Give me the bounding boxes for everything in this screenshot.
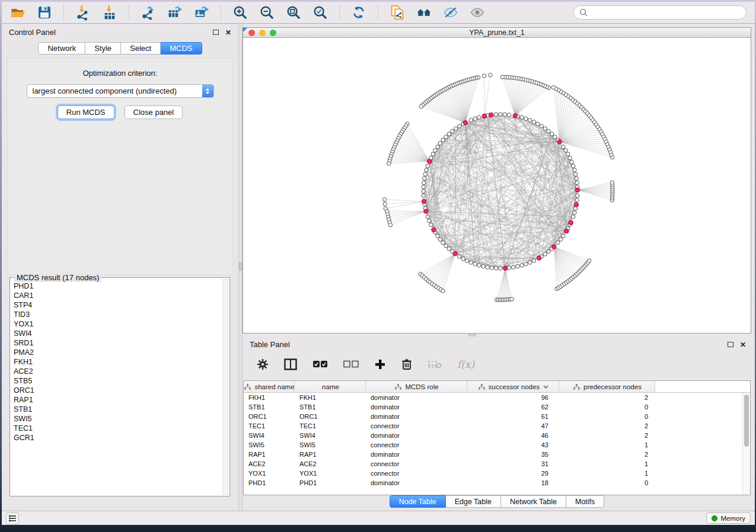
app-window: Control Panel ✕ NetworkStyleSelectMCDS O… bbox=[2, 2, 755, 525]
column-header-shared-name[interactable]: shared name bbox=[244, 381, 295, 392]
hide-selected-icon[interactable] bbox=[443, 5, 458, 20]
zoom-in-icon[interactable] bbox=[232, 5, 248, 20]
search-input[interactable] bbox=[591, 8, 741, 17]
table-tabs: Node TableEdge TableNetwork TableMotifs bbox=[243, 495, 751, 508]
result-list-item[interactable]: STP4 bbox=[14, 300, 220, 310]
run-mcds-button[interactable]: Run MCDS bbox=[58, 105, 114, 119]
column-header-predecessor-nodes[interactable]: predecessor nodes bbox=[559, 381, 655, 392]
search-box[interactable] bbox=[573, 5, 747, 20]
tab-edge-table[interactable]: Edge Table bbox=[446, 495, 501, 508]
table-row[interactable]: SWI5SWI5connector431 bbox=[244, 440, 742, 450]
first-neighbors-icon[interactable] bbox=[416, 5, 432, 20]
table-row[interactable]: TEC1TEC1connector472 bbox=[244, 421, 742, 431]
result-list-item[interactable]: STB5 bbox=[14, 376, 220, 386]
deselect-all-icon[interactable] bbox=[343, 357, 359, 371]
import-table-icon[interactable] bbox=[102, 5, 117, 20]
result-list-item[interactable]: SWI4 bbox=[14, 329, 220, 338]
close-panel-icon[interactable]: ✕ bbox=[225, 29, 231, 36]
scrollbar-thumb[interactable] bbox=[744, 395, 749, 447]
export-network-icon[interactable] bbox=[141, 5, 156, 20]
table-cell: PHD1 bbox=[295, 478, 366, 488]
column-header-MCDS-role[interactable]: MCDS role bbox=[366, 381, 467, 392]
result-list-item[interactable]: ACE2 bbox=[14, 367, 220, 376]
table-row[interactable]: SWI4SWI4dominator462 bbox=[244, 431, 742, 440]
result-list-item[interactable]: SRD1 bbox=[14, 338, 220, 348]
close-panel-icon[interactable]: ✕ bbox=[740, 341, 746, 348]
function-builder-icon[interactable]: f(x) bbox=[457, 357, 474, 371]
table-row[interactable]: ACE2ACE2connector311 bbox=[244, 459, 742, 469]
result-list-item[interactable]: STB1 bbox=[14, 405, 220, 414]
memory-button[interactable]: Memory bbox=[706, 512, 751, 524]
select-all-icon[interactable] bbox=[312, 357, 328, 371]
splitter-handle[interactable] bbox=[239, 262, 242, 271]
tab-network[interactable]: Network bbox=[38, 42, 85, 55]
save-session-icon[interactable] bbox=[37, 5, 52, 20]
result-list-item[interactable]: TID3 bbox=[14, 310, 220, 319]
table-panel-title: Table Panel bbox=[250, 340, 290, 349]
table-scrollbar[interactable] bbox=[742, 393, 750, 495]
column-header-name[interactable]: name bbox=[295, 381, 366, 392]
refresh-icon[interactable] bbox=[351, 5, 366, 20]
export-image-icon[interactable] bbox=[194, 5, 209, 20]
tab-select[interactable]: Select bbox=[121, 42, 161, 55]
maximize-window-icon[interactable] bbox=[270, 30, 276, 36]
column-header-successor-nodes[interactable]: successor nodes bbox=[467, 381, 559, 392]
table-row[interactable]: FKH1FKH1dominator962 bbox=[244, 393, 742, 402]
table-cell: dominator bbox=[366, 431, 467, 440]
table-cell: 29 bbox=[467, 469, 559, 478]
node-table: shared namenameMCDS rolesuccessor nodesp… bbox=[243, 380, 751, 495]
zoom-fit-icon[interactable] bbox=[286, 5, 301, 20]
criterion-select[interactable]: largest connected component (undirected) bbox=[27, 84, 214, 98]
result-list-item[interactable]: TEC1 bbox=[14, 424, 220, 433]
network-view-frame: YPA_prune.txt_1 bbox=[243, 27, 751, 334]
network-window-titlebar[interactable]: YPA_prune.txt_1 bbox=[243, 28, 751, 38]
table-settings-gear-icon[interactable] bbox=[257, 357, 269, 371]
delete-table-icon[interactable] bbox=[428, 357, 442, 371]
result-list-item[interactable]: FKH1 bbox=[14, 357, 220, 367]
show-all-icon[interactable] bbox=[470, 5, 485, 20]
table-row[interactable]: YOX1YOX1connector291 bbox=[244, 469, 742, 478]
table-row[interactable]: RAP1RAP1dominator352 bbox=[244, 450, 742, 459]
add-column-icon[interactable] bbox=[374, 357, 386, 371]
minimize-window-icon[interactable] bbox=[259, 30, 266, 36]
result-list-item[interactable]: RAP1 bbox=[14, 395, 220, 405]
result-list-item[interactable]: CAR1 bbox=[14, 291, 220, 300]
result-list-item[interactable]: PHD1 bbox=[14, 281, 220, 291]
table-row[interactable]: ORC1ORC1dominator610 bbox=[244, 412, 742, 421]
result-scrollbar[interactable] bbox=[222, 279, 228, 495]
tab-mcds[interactable]: MCDS bbox=[161, 42, 202, 55]
table-cell: ACE2 bbox=[244, 459, 295, 469]
result-list-item[interactable]: PMA2 bbox=[14, 348, 220, 357]
toolbar-separator bbox=[63, 5, 64, 20]
table-cell bbox=[655, 412, 742, 421]
copy-network-icon[interactable] bbox=[390, 5, 405, 20]
result-list-item[interactable]: SWI5 bbox=[14, 414, 220, 424]
zoom-out-icon[interactable] bbox=[259, 5, 275, 20]
float-panel-icon[interactable] bbox=[728, 342, 733, 347]
close-window-icon[interactable] bbox=[248, 30, 255, 36]
table-row[interactable]: STB1STB1dominator620 bbox=[244, 402, 742, 412]
table-cell: 61 bbox=[467, 412, 559, 421]
result-list-item[interactable]: YOX1 bbox=[14, 319, 220, 329]
export-table-icon[interactable] bbox=[167, 5, 183, 20]
tab-network-table[interactable]: Network Table bbox=[501, 495, 566, 508]
network-canvas[interactable] bbox=[243, 38, 751, 333]
table-row[interactable]: PHD1PHD1dominator180 bbox=[244, 478, 742, 488]
open-file-icon[interactable] bbox=[10, 5, 25, 20]
result-list-item[interactable]: GCR1 bbox=[14, 433, 220, 443]
vertical-splitter[interactable] bbox=[238, 24, 243, 511]
float-panel-icon[interactable] bbox=[213, 30, 219, 35]
import-network-icon[interactable] bbox=[75, 5, 91, 20]
table-cell: RAP1 bbox=[295, 450, 366, 459]
tab-node-table[interactable]: Node Table bbox=[390, 495, 446, 508]
close-panel-button[interactable]: Close panel bbox=[125, 105, 183, 119]
show-columns-icon[interactable] bbox=[284, 357, 297, 371]
zoom-selected-icon[interactable] bbox=[312, 5, 328, 20]
result-list-item[interactable]: ORC1 bbox=[14, 386, 220, 395]
tab-motifs[interactable]: Motifs bbox=[566, 495, 604, 508]
table-cell: 35 bbox=[467, 450, 559, 459]
mcds-result-list: PHD1CAR1STP4TID3YOX1SWI4SRD1PMA2FKH1ACE2… bbox=[14, 281, 220, 493]
task-history-button[interactable] bbox=[6, 512, 19, 524]
delete-column-icon[interactable] bbox=[401, 357, 412, 371]
tab-style[interactable]: Style bbox=[85, 42, 121, 55]
